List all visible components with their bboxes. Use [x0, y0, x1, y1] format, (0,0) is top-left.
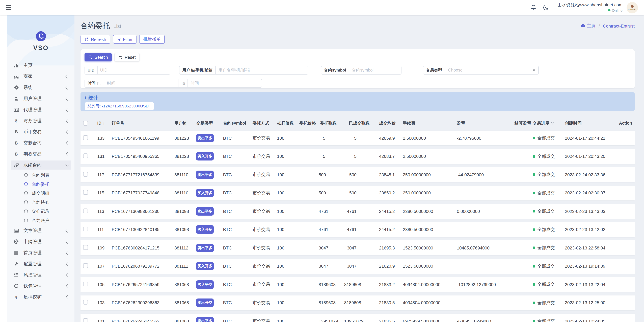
row-checkbox[interactable] — [83, 318, 88, 322]
sidebar-item-交割合约[interactable]: B交割合约 — [8, 137, 74, 148]
cell-filled: 500 — [344, 190, 375, 195]
cell-created_at: 2023-02-23 13:42:02 — [561, 227, 616, 232]
sidebar-subitem-合约账户[interactable]: 合约账户 — [8, 216, 74, 225]
time-to-input[interactable] — [188, 79, 262, 87]
sidebar-item-风控管理[interactable]: 风控管理 — [8, 269, 74, 280]
table-row: 103PCB1676262300296863881068卖出开空BTC市价交易1… — [80, 295, 634, 310]
refresh-button[interactable]: Refresh — [80, 35, 110, 44]
cell-id: 101 — [94, 318, 109, 322]
svg-text:B: B — [15, 129, 18, 134]
sidebar-subitem-合约委托[interactable]: 合约委托 — [8, 180, 74, 189]
circle-bullet-icon — [24, 209, 28, 213]
cell-amount: 5 — [319, 136, 344, 141]
uid-input[interactable] — [98, 66, 170, 74]
cell-leverage: 100 — [273, 300, 295, 305]
select-all-checkbox[interactable] — [83, 121, 88, 126]
row-checkbox[interactable] — [83, 263, 88, 268]
row-checkbox[interactable] — [83, 172, 88, 176]
row-checkbox[interactable] — [83, 300, 88, 304]
cell-checkbox — [80, 208, 94, 214]
row-checkbox[interactable] — [83, 227, 88, 231]
sidebar-subitem-成交明细[interactable]: 成交明细 — [8, 189, 74, 198]
table-header: ID↑订单号用户id交易类型合约symbol委托方式杠杆倍数委托价格委托张数已成… — [80, 119, 634, 128]
cell-created_at: 2023-02-23 13:43:03 — [561, 209, 616, 214]
column-header-leverage: 杠杆倍数 — [273, 120, 295, 126]
progress-text: 全部成交 — [537, 135, 555, 141]
time-from-input[interactable] — [104, 79, 178, 87]
sidebar-item-系统[interactable]: 系统 — [8, 82, 74, 93]
sidebar-subitem-穿仓记录[interactable]: 穿仓记录 — [8, 207, 74, 216]
letter-b-icon: B — [14, 129, 19, 134]
sidebar-item-主页[interactable]: 主页 — [8, 60, 74, 71]
batch-cancel-button[interactable]: 批量撤单 — [139, 35, 165, 44]
trade-type-label: 交易类型 — [423, 66, 445, 74]
cell-avg_price: 23848.1 — [375, 172, 399, 177]
sidebar-item-用户管理[interactable]: 用户管理 — [8, 93, 74, 104]
cell-id: 111 — [94, 227, 109, 232]
sidebar-item-申购管理[interactable]: 申购管理 — [8, 236, 74, 247]
breadcrumb-current[interactable]: Contract-Entrust — [603, 23, 634, 28]
sidebar-item-label: 用户管理 — [24, 96, 42, 102]
filter-button[interactable]: Filter — [113, 35, 137, 44]
trade-type-select[interactable]: Choose — [445, 66, 538, 74]
cell-filled: 4761 — [344, 209, 375, 214]
sidebar-item-钱包管理[interactable]: 钱包管理 — [8, 280, 74, 291]
sidebar-item-代理管理[interactable]: 代理管理 — [8, 104, 74, 115]
row-checkbox[interactable] — [83, 135, 88, 140]
search-button[interactable]: Search — [84, 53, 112, 62]
sidebar-item-label: 首页管理 — [24, 250, 42, 256]
svg-text:B: B — [15, 152, 18, 156]
sidebar-item-配置管理[interactable]: 配置管理 — [8, 258, 74, 269]
sidebar-item-财务管理[interactable]: $财务管理 — [8, 115, 74, 126]
row-checkbox[interactable] — [83, 281, 88, 286]
table-row: 133PCB1705495461661199881228卖出平多BTC市价交易1… — [80, 131, 634, 145]
cell-symbol: BTC — [223, 154, 248, 159]
svg-text:$: $ — [15, 118, 17, 123]
cell-symbol: BTC — [223, 245, 248, 250]
row-checkbox[interactable] — [83, 190, 88, 195]
sidebar-item-首页管理[interactable]: 首页管理 — [8, 247, 74, 258]
sidebar-item-币币交易[interactable]: B币币交易 — [8, 126, 74, 137]
sidebar-item-label: 币币交易 — [24, 129, 42, 135]
bell-icon[interactable] — [530, 4, 536, 11]
cell-checkbox — [80, 245, 94, 251]
breadcrumb-home[interactable]: 主页 — [580, 23, 596, 29]
symbol-input[interactable] — [349, 66, 401, 74]
app-window: 山水资源站www.shanshuinet.com Online 山水网络科技 — [0, 0, 644, 322]
row-checkbox[interactable] — [83, 245, 88, 250]
cell-avg_price: 42659.9 — [375, 136, 399, 141]
cell-method: 市价交易 — [248, 318, 273, 322]
progress-text: 全部成交 — [537, 226, 555, 232]
column-header-filled: 已成交张数 — [344, 120, 375, 126]
circle-bullet-icon — [24, 219, 28, 222]
sort-arrow-icon[interactable]: ↑ — [103, 121, 105, 125]
reset-button[interactable]: Reset — [114, 53, 140, 62]
row-checkbox[interactable] — [83, 208, 88, 213]
sidebar-item-永续合约[interactable]: 永续合约 — [11, 160, 71, 170]
sidebar-subitem-合约持仓[interactable]: 合约持仓 — [8, 198, 74, 207]
chevron-left-icon — [66, 262, 70, 266]
avatar[interactable]: 山水网络科技 — [626, 2, 638, 13]
time-range-group: 时间 To — [84, 79, 262, 88]
cell-checkbox — [80, 135, 94, 141]
cell-order_no: PCB1676300284171215 — [109, 245, 171, 250]
sort-arrow-icon[interactable]: ↑ — [583, 121, 585, 125]
sidebar-item-商家[interactable]: 商家 — [8, 71, 74, 82]
cell-user_id: 881098 — [171, 209, 193, 214]
sidebar-subitem-合约列表[interactable]: 合约列表 — [8, 171, 74, 180]
status-dot-icon — [533, 265, 535, 267]
sidebar-item-文章管理[interactable]: 文章管理 — [8, 225, 74, 236]
hamburger-menu-icon[interactable] — [6, 5, 12, 10]
table-row: 105PCB1676265724169859881068买入平空BTC市价交易1… — [80, 277, 634, 292]
cell-amount: 3047 — [319, 245, 344, 250]
filter-funnel-icon[interactable] — [551, 121, 554, 125]
sidebar-item-质押挖矿[interactable]: ¥质押挖矿 — [8, 291, 74, 302]
sidebar-item-期权交易[interactable]: B期权交易 — [8, 148, 74, 159]
cell-trade_type: 卖出平多 — [193, 207, 223, 215]
chevron-left-icon — [66, 273, 70, 277]
username-input[interactable] — [216, 66, 308, 74]
cell-created_at: 2023-02-24 02:30:37 — [561, 190, 616, 195]
moon-icon[interactable] — [542, 4, 549, 11]
row-checkbox[interactable] — [83, 153, 88, 158]
sidebar-subitem-label: 合约列表 — [32, 172, 49, 178]
